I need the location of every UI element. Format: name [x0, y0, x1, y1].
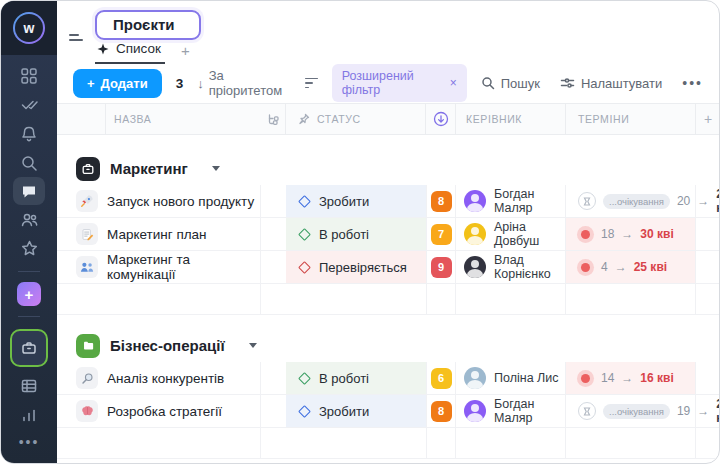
avatar [464, 190, 486, 212]
chevron-down-icon[interactable] [212, 166, 220, 171]
status-cell[interactable]: Зробити [286, 185, 426, 217]
owner-cell[interactable]: Богдан Маляр [456, 395, 566, 427]
sidebar-bottom: ••• [19, 431, 40, 453]
subtask-cell[interactable] [261, 251, 286, 283]
subtask-cell[interactable] [261, 185, 286, 217]
overdue-dot-icon [581, 374, 590, 383]
plus-icon: + [87, 76, 95, 91]
chat-icon[interactable] [13, 177, 45, 205]
group-header[interactable]: Бізнес-операції [57, 329, 719, 362]
more-dots-icon[interactable]: ••• [19, 431, 40, 453]
task-row: Маркетинг план В роботі 7 Аріна Довбуш 1… [57, 218, 719, 251]
owner-cell[interactable]: Аріна Довбуш [456, 218, 566, 250]
priority-badge[interactable]: 8 [431, 191, 452, 212]
advanced-filter-chip[interactable]: Розширений фільтр × [332, 64, 467, 102]
empty-row[interactable] [57, 428, 719, 459]
briefcase-icon [76, 157, 100, 181]
apps-grid-icon[interactable] [12, 61, 46, 90]
close-icon[interactable]: × [450, 76, 457, 90]
priority-badge[interactable]: 8 [431, 401, 452, 422]
search-control[interactable]: Пошук [481, 76, 540, 91]
bell-icon[interactable] [12, 119, 46, 148]
team-icon[interactable] [12, 205, 46, 234]
group-header[interactable]: Маркетинг [57, 152, 719, 185]
arrow-icon: → [615, 260, 627, 274]
task-name-cell[interactable]: Маркетинг та комунікації [57, 251, 261, 283]
logo-ring: w [13, 12, 45, 44]
subtask-tree-icon [267, 113, 280, 126]
brain-icon [76, 400, 98, 422]
column-header-name[interactable]: НАЗВА [106, 104, 261, 134]
empty-row[interactable] [57, 284, 719, 315]
project-title-input-box [95, 10, 201, 40]
priority-cell[interactable]: 8 [426, 395, 456, 427]
priority-cell[interactable]: 8 [426, 185, 456, 217]
add-plus-button[interactable]: + [17, 282, 41, 306]
priority-column-header[interactable] [426, 104, 456, 134]
chevron-down-icon[interactable] [249, 343, 257, 348]
task-name-cell[interactable]: Запуск нового продукту [57, 185, 261, 217]
collapse-sidebar-icon[interactable] [69, 31, 83, 44]
terms-cell[interactable]: ...очікування 20 → 22 кві [566, 185, 696, 217]
chart-icon[interactable] [12, 400, 46, 429]
add-tab-button[interactable]: + [181, 42, 190, 64]
tab-list-view[interactable]: Список [95, 41, 165, 64]
terms-cell[interactable]: ...очікування 19 → 23 кві [566, 395, 696, 427]
add-task-button[interactable]: + Додати [73, 69, 162, 98]
subtask-cell[interactable] [261, 362, 286, 394]
waiting-badge: ...очікування [603, 404, 670, 419]
task-name-cell[interactable]: Розробка стратегії [57, 395, 261, 427]
status-cell[interactable]: В роботі [286, 362, 426, 394]
priority-badge[interactable]: 9 [431, 257, 452, 278]
tab-label: Список [116, 41, 161, 56]
toolbar: + Додати 3 ↓ За пріоритетом Розширений ф… [57, 63, 719, 103]
terms-cell[interactable]: 14 → 16 кві [566, 362, 696, 394]
status-diamond-icon [298, 195, 311, 208]
priority-cell[interactable]: 7 [426, 218, 456, 250]
task-row: Розробка стратегії Зробити 8 Богдан Маля… [57, 395, 719, 428]
task-name-cell[interactable]: Аналіз конкурентів [57, 362, 261, 394]
filter-icon[interactable] [305, 78, 318, 89]
sort-control[interactable]: ↓ За пріоритетом [197, 68, 289, 98]
hourglass-icon [578, 402, 596, 420]
table-icon[interactable] [12, 371, 46, 400]
subtask-cell[interactable] [261, 218, 286, 250]
search-icon[interactable] [12, 148, 46, 177]
arrow-icon: → [621, 227, 633, 241]
priority-cell[interactable]: 9 [426, 251, 456, 283]
project-title-input[interactable] [113, 16, 183, 33]
priority-badge[interactable]: 7 [431, 224, 452, 245]
subtask-cell[interactable] [261, 395, 286, 427]
priority-cell[interactable]: 6 [426, 362, 456, 394]
sidebar-divider [18, 316, 40, 317]
arrow-down-icon: ↓ [197, 76, 204, 91]
column-header-terms[interactable]: ТЕРМІНИ [566, 104, 696, 134]
arrow-icon: → [621, 371, 633, 385]
column-header-status[interactable]: СТАТУС [286, 104, 426, 134]
pin-icon [298, 113, 310, 125]
terms-cell[interactable]: 4 → 25 кві [566, 251, 696, 283]
app-logo[interactable]: w [1, 1, 57, 55]
subtasks-column-header[interactable] [261, 104, 286, 134]
owner-cell[interactable]: Поліна Лис [456, 362, 566, 394]
configure-control[interactable]: Налаштувати [560, 76, 662, 91]
status-cell[interactable]: Зробити [286, 395, 426, 427]
column-header-owner[interactable]: КЕРІВНИК [456, 104, 566, 134]
status-cell[interactable]: Перевіряється [286, 251, 426, 283]
status-cell[interactable]: В роботі [286, 218, 426, 250]
terms-cell[interactable]: 18 → 30 кві [566, 218, 696, 250]
owner-cell[interactable]: Богдан Маляр [456, 185, 566, 217]
add-column-button[interactable]: + [696, 104, 719, 134]
star-icon[interactable] [12, 234, 46, 263]
owner-cell[interactable]: Влад Корнієнко [456, 251, 566, 283]
main-area: Список + + Додати 3 ↓ За пріоритетом Роз… [57, 1, 719, 463]
sidebar-divider [18, 271, 40, 272]
priority-badge[interactable]: 6 [431, 368, 452, 389]
task-row: Аналіз конкурентів В роботі 6 Поліна Лис… [57, 362, 719, 395]
task-name-cell[interactable]: Маркетинг план [57, 218, 261, 250]
projects-briefcase-icon[interactable] [10, 329, 48, 367]
logo-glyph: w [15, 14, 43, 42]
toolbar-more-icon[interactable]: ••• [682, 72, 703, 94]
double-check-icon[interactable] [12, 90, 46, 119]
circled-arrow-down-icon [433, 111, 449, 127]
